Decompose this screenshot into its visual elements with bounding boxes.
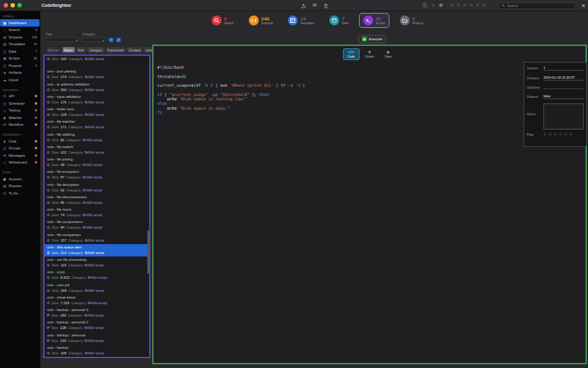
sidebar-item-reports[interactable]: ▤ Reports xyxy=(0,183,40,190)
snippet-list-item[interactable]: unix - ip address validation G Size 200 … xyxy=(45,81,149,94)
flag-icon[interactable]: ⚐ xyxy=(559,133,562,136)
snippet-list-item[interactable]: unix - file compression G Size 84 Catego… xyxy=(45,219,149,231)
flag-icon[interactable]: ⚐ xyxy=(476,4,480,8)
snippet-list-item[interactable]: unix - file count G Size 74 Category BAS… xyxy=(45,206,149,219)
tab-output[interactable]: ≣ Output xyxy=(361,48,378,60)
snippet-list-item[interactable]: unix - file comparison G Size 157 Catego… xyxy=(45,232,149,244)
share-icon[interactable] xyxy=(301,3,306,9)
sidebar-item-todo[interactable]: ☑ To Do xyxy=(0,190,40,197)
detail-value[interactable]: 2024-01-19 11:32:57 xyxy=(543,76,584,81)
sidebar-item-messages[interactable]: ✉ Messages xyxy=(0,152,40,159)
flag-icon[interactable]: ⚐ xyxy=(457,4,460,8)
snippet-list-item[interactable]: unix - cheat sheet G Size 7,016 Category… xyxy=(45,294,149,307)
stat-scripts[interactable]: 30 Scripts xyxy=(359,13,389,28)
play-icon: ▶ xyxy=(362,37,367,42)
minimize-window-button[interactable] xyxy=(11,3,15,7)
app-title: CodeNeighbor xyxy=(41,3,71,7)
snippet-list-item[interactable]: unix - backup - personal 3 P Size 250 Ca… xyxy=(45,307,149,319)
sidebar-item-icon: ◬ xyxy=(2,108,7,112)
sidebar-item-whiteboard[interactable]: ▭ Whiteboard xyxy=(0,159,40,167)
sort-size[interactable]: Size xyxy=(76,47,86,53)
stat-templates[interactable]: 14 Templates xyxy=(283,13,319,28)
sidebar-item-account[interactable]: ● Account xyxy=(0,175,40,183)
sort-category[interactable]: Category xyxy=(87,47,105,53)
gear-icon[interactable]: ⚙ xyxy=(439,3,443,8)
snippet-list-item[interactable]: unix - backup G Size 195 Category BASH s… xyxy=(45,344,149,357)
sidebar-item-cloud[interactable]: ☁ Cloud xyxy=(0,76,40,84)
stat-projects[interactable]: 0 Projects xyxy=(396,13,428,28)
sort-created[interactable]: Created xyxy=(127,47,142,53)
tab-save[interactable]: ▣ Save xyxy=(380,48,397,60)
detail-value[interactable] xyxy=(543,85,584,89)
snippet-list-item[interactable]: unix - cron job G Size 169 Category BASH… xyxy=(45,282,149,294)
sidebar-item-watcher[interactable]: ◉ Watcher xyxy=(0,114,40,121)
snippet-list-item[interactable]: G Size 140 Category BASH script xyxy=(45,56,149,68)
snippet-title: unix - file encryption xyxy=(47,169,147,175)
sidebar-item-chat[interactable]: ◗ Chat xyxy=(0,138,40,145)
flag-icon[interactable]: ⚐ xyxy=(451,4,454,8)
detail-value[interactable]: 1 xyxy=(543,66,584,71)
snippet-list-item[interactable]: unix - input validation G Size 176 Categ… xyxy=(45,94,149,106)
snippet-list-item[interactable]: unix - file decryption G Size 92 Categor… xyxy=(45,182,149,194)
execute-button[interactable]: ▶ Execute xyxy=(358,35,386,43)
snippet-list-item[interactable]: unix - file encryption G Size 87 Categor… xyxy=(45,169,149,181)
sidebar-item-snippets[interactable]: ▤ Snippets 246 xyxy=(0,33,40,41)
mail-icon[interactable]: ✉ xyxy=(312,3,318,9)
sidebar-item-dashboard[interactable]: ▦ Dashboard xyxy=(0,19,40,27)
snippet-list-item[interactable]: unix - csv file processing G Size 119 Ca… xyxy=(45,256,149,269)
stat-search[interactable]: 0 Search xyxy=(207,13,238,28)
sidebar-item-scheduler[interactable]: ◷ Scheduler xyxy=(0,100,40,107)
sort-framework[interactable]: Framework xyxy=(106,47,126,53)
snippet-list-item[interactable]: unix - file joining G Size 48 Category B… xyxy=(45,156,149,169)
sidebar-item-projects[interactable]: ◰ Projects 0 xyxy=(0,62,40,69)
sidebar-item-testing[interactable]: ◬ Testing xyxy=(0,107,40,115)
flag-icon[interactable]: ⚐ xyxy=(564,133,568,136)
stat-snippets[interactable]: 246 Snippets xyxy=(244,13,277,28)
category-select[interactable]: ▾ xyxy=(82,37,106,42)
detail-value[interactable]: false xyxy=(543,94,584,99)
snippet-list-item[interactable]: unix - file watcher G Size 171 Category … xyxy=(45,118,149,131)
trash-icon[interactable] xyxy=(323,3,329,9)
code-view[interactable]: #!/bin/bashthreshold=90current_usage=$(d… xyxy=(153,60,586,121)
flag-icon[interactable]: ⚐ xyxy=(543,133,547,136)
sidebar-item-scripts[interactable]: ▣ Scripts 30 xyxy=(0,55,40,63)
type-select[interactable]: ▾ xyxy=(46,37,79,42)
snippet-title: unix - backup xyxy=(47,345,147,351)
stat-data[interactable]: 7 Data xyxy=(325,13,353,28)
snippet-list-item[interactable]: unix - json parsing G Size 174 Category … xyxy=(45,68,149,81)
flag-icon[interactable]: ⚐ xyxy=(463,4,467,8)
star-icon[interactable]: ☆ xyxy=(431,3,435,8)
sidebar-item-api[interactable]: ⚙ API xyxy=(0,93,40,100)
zoom-window-button[interactable] xyxy=(17,3,22,7)
flag-icon[interactable]: ⚐ xyxy=(548,133,551,136)
snippet-list-item[interactable]: unix - backup - personal P Size 233 Cate… xyxy=(45,332,149,344)
sidebar-item-templates[interactable]: ▥ Templates 14 xyxy=(0,41,40,48)
info-icon[interactable]: ⓘ xyxy=(423,3,428,8)
flag-icon[interactable]: ⚐ xyxy=(482,4,486,8)
sidebar-item-artifacts[interactable]: ◈ Artifacts xyxy=(0,69,40,77)
filter-checkbox-1[interactable]: ✓ xyxy=(109,38,113,42)
snippet-list-item[interactable]: unix - file search G Size 102 Category B… xyxy=(45,144,149,156)
list-scrollbar[interactable] xyxy=(147,230,149,274)
notes-textarea[interactable] xyxy=(543,103,584,129)
snippet-list-item[interactable]: unix - crypt G Size 8,523 Category BASH … xyxy=(45,269,149,281)
flag-icon[interactable]: ⚐ xyxy=(469,4,473,8)
close-icon[interactable]: ✕ xyxy=(581,3,586,9)
filter-checkbox-2[interactable]: ✓ xyxy=(116,38,121,42)
snippet-list-item[interactable]: unix - folder sync G Size 128 Category B… xyxy=(45,106,149,118)
tab-code[interactable]: </> Code xyxy=(343,48,360,60)
snippet-list-item[interactable]: unix - file splitting G Size 81 Category… xyxy=(45,131,149,144)
sidebar-item-workflow[interactable]: ⇄ Workflow xyxy=(0,121,40,129)
snippet-list-item[interactable]: unix - file decompression G Size 86 Cate… xyxy=(45,194,149,206)
sort-name[interactable]: Name xyxy=(63,47,75,53)
search-input[interactable] xyxy=(507,4,573,7)
flag-icon[interactable]: ⚐ xyxy=(554,133,557,136)
snippet-list-item[interactable]: unix - backup - personal 2 P Size 228 Ca… xyxy=(45,319,149,331)
sidebar-item-search[interactable]: ◌ Search 0 xyxy=(0,27,40,34)
sidebar-item-groups[interactable]: ◎ Groups xyxy=(0,145,40,152)
snippet-list-item[interactable]: unix - disk space alert G Size 214 Categ… xyxy=(45,244,149,256)
sidebar-item-data[interactable]: ◫ Data 7 xyxy=(0,48,40,55)
flag-icon[interactable]: ⚐ xyxy=(569,133,573,136)
close-window-button[interactable] xyxy=(4,3,8,7)
snippet-category-value: BASH script xyxy=(83,200,102,206)
